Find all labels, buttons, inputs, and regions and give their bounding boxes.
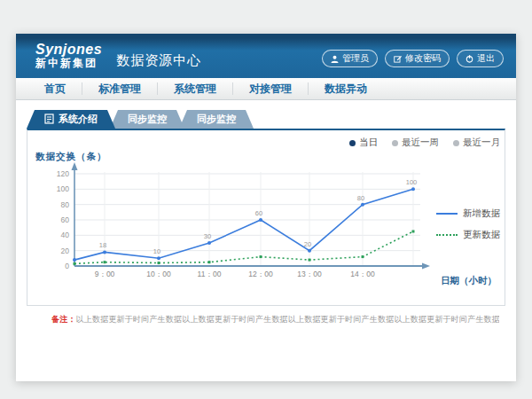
legend-item-2[interactable]: 更新数据: [436, 229, 500, 241]
header-actions: 管理员修改密码退出: [322, 50, 504, 67]
svg-text:13：00: 13：00: [297, 270, 322, 278]
tab-1[interactable]: 系统介绍: [27, 110, 115, 129]
svg-text:11：00: 11：00: [198, 270, 222, 278]
password-button[interactable]: 修改密码: [385, 50, 450, 67]
user-icon: [331, 55, 339, 63]
tab-bar: 系统介绍同步监控同步监控: [27, 110, 248, 129]
svg-text:12：00: 12：00: [248, 270, 273, 278]
nav-item-5[interactable]: 数据异动: [309, 82, 383, 95]
logo-company: 新中新集团: [35, 58, 102, 69]
time-filter-group: 当日最近一周最近一月: [349, 137, 500, 149]
svg-text:40: 40: [61, 231, 70, 239]
main-nav: 首页标准管理系统管理对接管理数据异动: [16, 78, 516, 100]
x-axis-title: 日期（小时）: [441, 275, 497, 287]
series-legend: 新增数据更新数据: [436, 207, 500, 241]
nav-item-4[interactable]: 对接管理: [233, 82, 309, 95]
svg-text:20: 20: [61, 246, 70, 255]
legend-item-1[interactable]: 新增数据: [436, 207, 500, 220]
chart-svg: 0204060801001209：0010：0011：0012：0013：001…: [34, 158, 437, 289]
svg-text:30: 30: [204, 232, 211, 240]
tab-3[interactable]: 同步监控: [179, 110, 254, 129]
svg-text:10: 10: [153, 247, 160, 255]
user-button[interactable]: 管理员: [322, 50, 378, 67]
line-chart: 0204060801001209：0010：0011：0012：0013：001…: [34, 158, 437, 289]
radio-dot-icon: [349, 140, 356, 146]
radio-dot-icon: [392, 140, 398, 146]
logo-brand: Synjones: [35, 43, 102, 58]
tab-2[interactable]: 同步监控: [110, 110, 184, 129]
edit-icon: [394, 55, 402, 63]
svg-text:60: 60: [61, 215, 70, 224]
legend-line-icon: [436, 234, 458, 236]
time-filter-1[interactable]: 当日: [349, 137, 378, 149]
svg-text:100: 100: [406, 178, 418, 186]
power-icon: [466, 55, 473, 63]
note-text: 以上数据更新于时间产生数据以上数据更新于时间产生数据以上数据更新于时间产生数据以…: [76, 315, 499, 324]
svg-text:9：00: 9：00: [95, 270, 115, 278]
logo: Synjones 新中新集团: [35, 43, 102, 68]
time-filter-3[interactable]: 最近一月: [453, 137, 500, 149]
page: Synjones 新中新集团 数据资源中心 管理员修改密码退出 首页标准管理系统…: [16, 34, 516, 381]
radio-dot-icon: [453, 140, 459, 146]
legend-line-icon: [436, 213, 458, 215]
svg-text:20: 20: [304, 240, 311, 248]
document-icon: [44, 113, 54, 126]
nav-item-2[interactable]: 标准管理: [82, 82, 158, 95]
svg-text:80: 80: [61, 200, 70, 209]
svg-text:100: 100: [57, 184, 69, 193]
svg-text:0: 0: [65, 262, 69, 270]
nav-item-3[interactable]: 系统管理: [158, 82, 233, 95]
footer-note: 备注：以上数据更新于时间产生数据以上数据更新于时间产生数据以上数据更新于时间产生…: [51, 314, 499, 325]
svg-text:80: 80: [357, 194, 364, 202]
app-header: Synjones 新中新集团 数据资源中心 管理员修改密码退出: [16, 34, 516, 78]
nav-item-1[interactable]: 首页: [28, 82, 82, 95]
svg-text:18: 18: [99, 241, 106, 249]
svg-text:14：00: 14：00: [350, 270, 375, 278]
svg-text:10：00: 10：00: [146, 270, 171, 278]
logout-button[interactable]: 退出: [457, 50, 504, 67]
svg-text:60: 60: [255, 209, 262, 217]
time-filter-2[interactable]: 最近一周: [392, 137, 439, 149]
note-prefix: 备注：: [51, 315, 76, 324]
svg-text:120: 120: [57, 169, 69, 178]
page-title: 数据资源中心: [116, 52, 201, 69]
